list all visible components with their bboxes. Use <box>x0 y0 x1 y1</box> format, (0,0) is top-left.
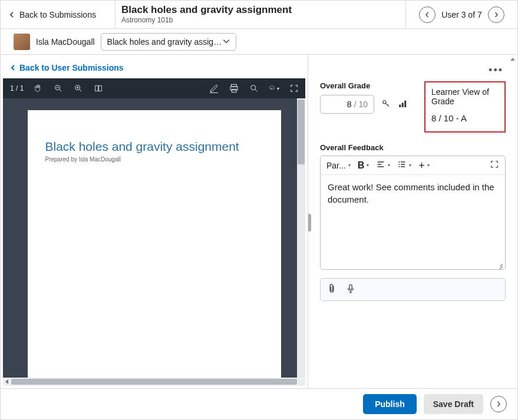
grade-max: / 10 <box>354 100 368 109</box>
paragraph-style-select[interactable]: Par... ▾ <box>326 161 351 170</box>
search-button[interactable] <box>249 83 259 94</box>
paragraph-style-label: Par... <box>326 161 346 170</box>
scroll-right-icon <box>300 379 303 384</box>
align-button[interactable]: ▾ <box>376 160 390 171</box>
chevron-down-icon: ▾ <box>388 163 390 168</box>
record-audio-button[interactable] <box>345 283 356 296</box>
svg-rect-18 <box>404 100 406 107</box>
svg-point-22 <box>399 161 400 163</box>
bold-button[interactable]: B ▾ <box>358 160 369 171</box>
document-viewer: 1 / 1 <box>3 78 305 386</box>
annotate-button[interactable] <box>209 83 219 94</box>
assignment-title: Black holes and gravity assignment <box>121 4 400 16</box>
chevron-down-icon: ▾ <box>367 163 369 168</box>
viewer-vertical-scrollbar[interactable] <box>297 98 305 378</box>
scroll-up-icon <box>510 58 515 61</box>
back-to-user-submissions-label: Back to User Submissions <box>19 63 124 72</box>
learner-view-panel: Learner View of Grade 8 / 10 - A <box>424 81 506 133</box>
overall-grade-label: Overall Grade <box>320 81 413 90</box>
bold-icon: B <box>358 160 365 171</box>
chevron-left-icon <box>424 10 430 19</box>
learner-view-label: Learner View of Grade <box>431 87 499 106</box>
user-name-label: Isla MacDougall <box>36 37 95 47</box>
save-draft-button[interactable]: Save Draft <box>424 394 483 414</box>
svg-rect-7 <box>95 85 98 91</box>
scrollbar-thumb[interactable] <box>298 100 305 164</box>
fullscreen-icon <box>490 160 499 171</box>
print-button[interactable] <box>229 83 239 94</box>
assignment-header: Black holes and gravity assignment Astro… <box>116 1 405 28</box>
editor-resize-handle[interactable] <box>496 260 504 268</box>
prev-user-button[interactable] <box>419 6 435 23</box>
svg-point-13 <box>251 85 256 90</box>
zoom-in-button[interactable] <box>73 83 84 94</box>
svg-point-24 <box>399 166 400 167</box>
user-pager: User 3 of 7 <box>405 1 517 28</box>
scroll-left-icon <box>5 379 8 384</box>
feedback-text: Great work! See comments included in the… <box>328 182 494 204</box>
pan-tool-button[interactable] <box>33 83 44 94</box>
svg-line-1 <box>60 90 61 91</box>
insert-button[interactable]: + ▾ <box>418 161 430 170</box>
chevron-left-icon <box>10 63 16 72</box>
svg-point-15 <box>383 100 386 103</box>
back-to-user-submissions-link[interactable]: Back to User Submissions <box>1 55 308 78</box>
next-submission-button[interactable] <box>490 396 507 412</box>
svg-rect-28 <box>349 285 352 289</box>
svg-rect-16 <box>399 104 401 107</box>
svg-rect-12 <box>232 90 236 92</box>
course-name: Astronomy 101b <box>121 16 400 24</box>
list-button[interactable]: ▾ <box>397 160 411 171</box>
back-to-submissions-button[interactable]: Back to Submissions <box>1 1 116 28</box>
statistics-icon[interactable] <box>398 98 408 111</box>
scrollbar-thumb[interactable] <box>11 379 297 385</box>
svg-rect-8 <box>99 85 102 91</box>
svg-line-14 <box>255 90 257 91</box>
svg-point-23 <box>399 164 400 165</box>
publish-button[interactable]: Publish <box>363 394 417 414</box>
download-button[interactable]: ▾ <box>269 83 279 94</box>
doc-author-line: Prepared by Isla MacDougall <box>45 156 263 163</box>
document-background: Black holes and gravity assignment Prepa… <box>3 98 305 378</box>
microphone-icon <box>345 283 356 296</box>
document-page[interactable]: Black holes and gravity assignment Prepa… <box>28 110 281 378</box>
feedback-editor[interactable]: Great work! See comments included in the… <box>321 175 505 269</box>
chevron-right-icon <box>493 10 499 19</box>
back-to-submissions-label: Back to Submissions <box>19 10 96 19</box>
chevron-down-icon: ▾ <box>277 86 279 91</box>
editor-fullscreen-button[interactable] <box>490 160 499 171</box>
chevron-down-icon: ▾ <box>409 163 411 168</box>
overall-feedback-label: Overall Feedback <box>320 143 506 152</box>
next-user-button[interactable] <box>488 6 504 23</box>
align-icon <box>376 160 385 171</box>
chevron-right-icon <box>496 399 501 409</box>
attachment-icon <box>326 283 337 296</box>
panel-resize-handle[interactable] <box>308 214 311 232</box>
svg-rect-17 <box>402 102 404 107</box>
key-icon[interactable] <box>381 99 391 110</box>
user-counter-label: User 3 of 7 <box>441 10 481 19</box>
zoom-out-button[interactable] <box>53 83 64 94</box>
fullscreen-button[interactable] <box>289 83 299 94</box>
chevron-down-icon <box>223 37 230 47</box>
chevron-down-icon: ▾ <box>348 163 351 168</box>
page-layout-button[interactable] <box>93 83 104 94</box>
grade-value: 8 <box>347 100 352 109</box>
viewer-toolbar: 1 / 1 <box>3 78 305 98</box>
more-options-button[interactable]: ••• <box>320 64 506 77</box>
chevron-left-icon <box>9 10 19 19</box>
editor-toolbar: Par... ▾ B ▾ ▾ <box>321 156 505 175</box>
svg-line-4 <box>80 90 81 91</box>
chevron-down-icon: ▾ <box>427 163 430 168</box>
grade-input[interactable]: 8 / 10 <box>320 95 374 114</box>
submission-select[interactable]: Black holes and gravity assign... <box>101 33 236 51</box>
avatar <box>14 34 30 50</box>
doc-title: Black holes and gravity assignment <box>45 140 263 154</box>
list-icon <box>397 160 407 171</box>
learner-view-value: 8 / 10 - A <box>431 113 499 123</box>
page-counter: 1 / 1 <box>10 84 24 92</box>
viewer-horizontal-scrollbar[interactable] <box>3 378 305 386</box>
panel-vertical-scrollbar[interactable] <box>509 55 517 388</box>
attach-file-button[interactable] <box>326 283 337 296</box>
submission-select-label: Black holes and gravity assign... <box>107 37 223 47</box>
